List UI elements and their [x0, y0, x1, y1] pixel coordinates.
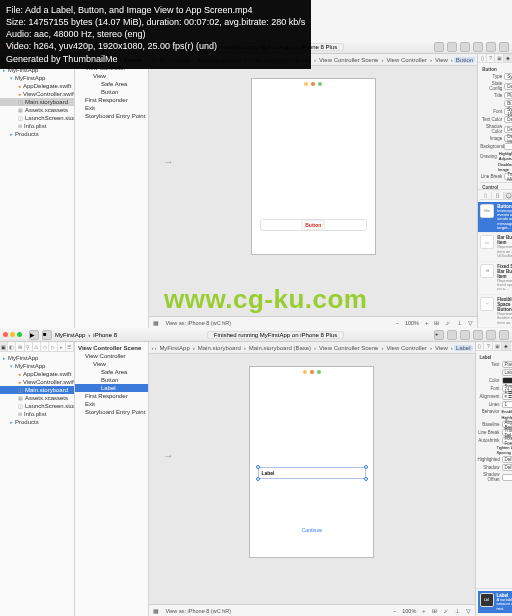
outline-firstresponder[interactable]: First Responder — [75, 96, 148, 104]
scene-vc-icon[interactable] — [303, 370, 307, 374]
editor-mode-assistant[interactable] — [460, 330, 470, 340]
tree-file-assets[interactable]: ▦Assets.xcassets — [0, 106, 74, 114]
nav-tab-symbol[interactable]: ⊞ — [16, 342, 24, 351]
library-item-flexspace[interactable]: ↔ Flexible Space Bar Button ItemRepresen… — [478, 295, 512, 328]
zoom-out-button[interactable]: − — [396, 320, 399, 326]
project-tree[interactable]: ▸MyFirstApp ▾MyFirstApp ●AppDelegate.swi… — [0, 64, 74, 328]
pin-icon[interactable]: ⊥ — [455, 608, 460, 614]
label-align-segmented[interactable]: ≡ ≣ ≡ ≣ — [502, 393, 512, 400]
jump-project[interactable]: MyFirstApp — [157, 345, 191, 351]
jump-scene[interactable]: View Controller Scene — [317, 345, 380, 351]
tree-file-mainstoryboard[interactable]: ◫Main.storyboard — [0, 98, 74, 106]
constraints-icon[interactable]: ⊞ — [432, 608, 437, 614]
state-dropdown[interactable]: Default — [504, 83, 512, 90]
toggle-navigator[interactable] — [473, 42, 483, 52]
tree-file-mainstoryboard[interactable]: ◫Main.storyboard — [0, 386, 74, 394]
device-mockup[interactable]: Button — [251, 78, 376, 255]
outline-firstresponder[interactable]: First Responder — [75, 392, 148, 400]
outline-view[interactable]: View — [75, 360, 148, 368]
jump-base[interactable]: Main.storyboard (Base) — [247, 345, 313, 351]
pin-icon[interactable]: ⊥ — [457, 320, 462, 326]
nav-tab-break[interactable]: ▸ — [58, 342, 66, 351]
autoshrink-dropdown[interactable]: Fixed Font Size — [502, 437, 512, 444]
jump-label[interactable]: Label — [454, 345, 473, 351]
outline-entrypoint[interactable]: Storyboard Entry Point — [75, 112, 148, 120]
insp-tab-help[interactable]: ? — [487, 54, 496, 62]
library-item-label[interactable]: Lbl LabelA variably sized amount of stat… — [478, 591, 512, 614]
device-selector[interactable]: iPhone 8 — [93, 332, 117, 338]
jump-view[interactable]: View — [433, 57, 450, 63]
zoom-in-button[interactable]: + — [425, 320, 428, 326]
nav-tab-issue[interactable]: ⚠ — [33, 342, 41, 351]
resize-handle-icon[interactable] — [364, 477, 368, 481]
editor-mode-assistant[interactable] — [447, 42, 457, 52]
scene-firstresponder-icon[interactable] — [311, 82, 315, 86]
tree-folder[interactable]: ▾MyFirstApp — [0, 362, 74, 370]
type-dropdown[interactable]: System — [504, 73, 512, 80]
library-item-button[interactable]: Btn ButtonIntercepts touch events and se… — [478, 202, 512, 234]
resolve-icon[interactable]: ▽ — [466, 608, 471, 614]
scene-vc-icon[interactable] — [304, 82, 308, 86]
outline-scene[interactable]: View Controller Scene — [75, 344, 148, 352]
interface-builder-canvas[interactable]: → Button — [149, 66, 477, 316]
zoom-in-button[interactable]: + — [422, 608, 425, 614]
outline-safearea[interactable]: Safe Area — [75, 80, 148, 88]
tree-file-infoplist[interactable]: ⊞Info.plist — [0, 410, 74, 418]
constraints-icon[interactable]: ⊞ — [434, 320, 439, 326]
label-text-field[interactable]: Label — [502, 369, 512, 376]
stop-button[interactable]: ■ — [42, 330, 52, 340]
outline-safearea[interactable]: Safe Area — [75, 368, 148, 376]
run-button[interactable]: ▶ — [29, 330, 39, 340]
library-item-fixedspace[interactable]: ⊟ Fixed Space Bar Button ItemRepresents … — [478, 262, 512, 295]
resize-handle-icon[interactable] — [256, 477, 260, 481]
jump-vc[interactable]: View Controller — [384, 345, 429, 351]
align-icon[interactable]: ⫽ — [443, 608, 449, 614]
image-dropdown[interactable]: Default Image — [504, 135, 512, 142]
jump-vc[interactable]: View Controller — [384, 57, 429, 63]
library-item-barbutton[interactable]: ▭ Bar Button ItemRepresents an item on a… — [478, 233, 512, 261]
font-field[interactable]: System 15.0 — [504, 108, 512, 115]
device-mockup-bottom[interactable]: Label Continue — [249, 366, 374, 558]
insp-tab-identity[interactable]: ▣ — [495, 54, 504, 62]
nav-tab-source[interactable]: ◧ — [8, 342, 16, 351]
zoom-level[interactable]: 100% — [402, 608, 416, 614]
jump-view[interactable]: View — [433, 345, 450, 351]
highlight-dropdown[interactable]: Default — [502, 456, 512, 463]
viewas-control[interactable]: View as: iPhone 8 (wC hR) — [165, 320, 231, 326]
tree-project-root[interactable]: ▸MyFirstApp — [0, 354, 74, 362]
tree-products[interactable]: ▸Products — [0, 130, 74, 138]
zoom-icon[interactable] — [17, 332, 22, 337]
jump-storyboard[interactable]: Main.storyboard — [196, 345, 243, 351]
outline-entrypoint[interactable]: Storyboard Entry Point — [75, 408, 148, 416]
check-disabled[interactable]: Disabled Adjusts Image — [498, 162, 512, 172]
insp-tab-attributes[interactable]: ◈ — [504, 54, 512, 62]
resolve-icon[interactable]: ▽ — [468, 320, 473, 326]
tree-file-launchstoryboard[interactable]: ◫LaunchScreen.storyboard — [0, 114, 74, 122]
toggle-inspector[interactable] — [499, 42, 509, 52]
shadow-offset-field[interactable] — [502, 474, 512, 481]
entry-arrow-icon[interactable]: → — [163, 450, 173, 461]
insp-tab-file[interactable]: ▯ — [478, 54, 487, 62]
tree-folder[interactable]: ▾MyFirstApp — [0, 74, 74, 82]
align-icon[interactable]: ⫽ — [445, 320, 451, 326]
tree-file-launchstoryboard[interactable]: ◫LaunchScreen.storyboard — [0, 402, 74, 410]
minimize-icon[interactable] — [10, 332, 15, 337]
check-highlight[interactable]: Highlighted Adjusts Image — [499, 151, 512, 161]
jump-back[interactable]: ‹ — [151, 345, 153, 351]
zoom-level[interactable]: 100% — [405, 320, 419, 326]
shadow-dropdown[interactable]: Default — [504, 126, 512, 133]
editor-mode-standard[interactable] — [434, 42, 444, 52]
check-tighten[interactable]: Tighten Letter Spacing — [496, 445, 512, 455]
zoom-out-button[interactable]: − — [393, 608, 396, 614]
linebreak-dropdown[interactable]: Truncate Middle — [504, 173, 512, 180]
nav-tab-project[interactable]: ▣ — [0, 342, 8, 351]
insp-tab-file[interactable]: ▯ — [476, 342, 485, 350]
shadow-dropdown[interactable]: Default — [502, 464, 512, 471]
outline-button[interactable]: Button — [75, 376, 148, 384]
lib-tab-file[interactable]: ▯ — [480, 192, 492, 199]
toggle-debug[interactable] — [486, 42, 496, 52]
label-lines-stepper[interactable]: 1 — [502, 401, 512, 408]
tree-file-appdelegate[interactable]: ●AppDelegate.swift — [0, 370, 74, 378]
canvas-label-element[interactable]: Label — [258, 467, 366, 479]
resize-handle-icon[interactable] — [256, 465, 260, 469]
